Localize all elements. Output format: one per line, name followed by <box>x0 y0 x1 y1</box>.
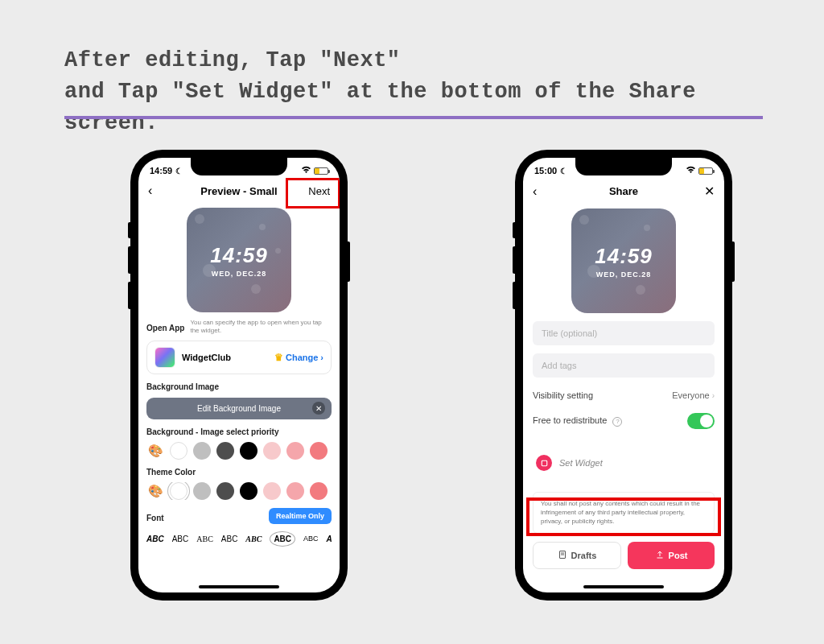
phone-side-button-right <box>348 242 350 282</box>
phone-side-button-right <box>732 242 735 282</box>
visibility-row[interactable]: Visibility setting Everyone › <box>533 390 715 400</box>
edit-background-button[interactable]: Edit Background Image ✕ <box>146 398 332 419</box>
swatch-black[interactable] <box>240 442 258 460</box>
open-app-label: Open App <box>146 324 184 336</box>
swatch-pink1[interactable] <box>263 442 281 460</box>
battery-icon <box>698 167 713 175</box>
font-sample[interactable]: ABC <box>146 535 164 543</box>
svg-rect-0 <box>542 460 546 465</box>
redistribute-row: Free to redistribute ? <box>533 413 715 429</box>
dnd-moon-icon: ☾ <box>175 167 183 175</box>
tags-input[interactable]: Add tags <box>533 353 715 378</box>
font-sample-selected[interactable]: ABC <box>270 531 295 547</box>
change-label: Change <box>286 353 318 362</box>
font-sample[interactable]: ABC <box>172 535 189 543</box>
bg-priority-swatches: 🎨 <box>146 442 332 460</box>
swatch-pink3[interactable] <box>310 442 328 460</box>
heading-underline <box>64 116 763 119</box>
home-indicator[interactable] <box>583 585 664 588</box>
widget-preview: 14:59 WED, DEC.28 <box>187 208 291 312</box>
theme-color-swatches: 🎨 <box>146 482 332 500</box>
heading-line1: After editing, Tap "Next" <box>64 48 401 72</box>
set-widget-icon <box>536 455 552 471</box>
drafts-button[interactable]: Drafts <box>533 542 621 569</box>
font-samples-row: ABC ABC ABC ABC ABC ABC ABC ABC <box>146 531 332 547</box>
drafts-icon <box>558 550 567 561</box>
bg-image-label: Background Image <box>146 382 332 391</box>
font-label: Font <box>146 514 164 522</box>
phone-preview: 14:59 ☾ ‹ Preview - Small Next 14:59 <box>130 150 348 601</box>
chevron-right-icon: › <box>320 353 323 362</box>
open-app-card[interactable]: WidgetClub ♛ Change › <box>146 341 332 374</box>
edit-bg-text: Edit Background Image <box>197 404 281 413</box>
swatch-white[interactable] <box>170 482 187 500</box>
close-button[interactable]: ✕ <box>704 184 715 199</box>
palette-icon[interactable]: 🎨 <box>146 444 164 458</box>
swatch-darkgrey[interactable] <box>216 482 234 500</box>
wifi-icon <box>301 166 311 175</box>
widget-preview: 14:59 WED, DEC.28 <box>571 208 676 313</box>
set-widget-row[interactable]: Set Widget <box>533 447 715 479</box>
swatch-pink1[interactable] <box>263 482 281 500</box>
font-sample[interactable]: ABC <box>245 535 262 543</box>
widget-bg-texture <box>571 208 676 313</box>
nav-bar: ‹ Share ✕ <box>523 179 724 205</box>
theme-color-label: Theme Color <box>146 468 332 477</box>
chevron-right-icon: › <box>712 391 715 400</box>
disclaimer-text: You shall not post any contents which co… <box>533 492 715 534</box>
battery-icon <box>314 167 328 175</box>
swatch-pink3[interactable] <box>310 482 328 500</box>
font-sample[interactable]: ABC <box>327 535 332 543</box>
phone-side-buttons-left <box>513 222 515 317</box>
swatch-white[interactable] <box>170 442 187 460</box>
set-widget-label: Set Widget <box>559 458 603 468</box>
post-label: Post <box>669 551 688 560</box>
drafts-label: Drafts <box>571 551 597 560</box>
realtime-only-button[interactable]: Realtime Only <box>269 508 332 524</box>
wifi-icon <box>686 166 696 175</box>
app-name: WidgetClub <box>182 353 268 362</box>
swatch-darkgrey[interactable] <box>216 442 234 460</box>
back-button[interactable]: ‹ <box>148 184 152 198</box>
redistribute-label: Free to redistribute <box>533 415 607 425</box>
phone-side-buttons-left <box>128 222 130 317</box>
nav-title: Share <box>609 185 638 197</box>
bg-priority-label: Background - Image select priority <box>146 427 332 436</box>
nav-title: Preview - Small <box>200 185 277 197</box>
help-icon[interactable]: ? <box>612 417 622 427</box>
phone-notch <box>575 158 672 175</box>
crown-icon: ♛ <box>274 352 283 363</box>
visibility-value: Everyone <box>672 390 709 400</box>
instruction-heading: After editing, Tap "Next" and Tap "Set W… <box>64 45 760 139</box>
clear-bg-button[interactable]: ✕ <box>312 402 325 415</box>
nav-bar: ‹ Preview - Small Next <box>138 179 340 204</box>
change-button[interactable]: ♛ Change › <box>274 352 323 363</box>
app-icon <box>154 347 175 368</box>
palette-icon[interactable]: 🎨 <box>146 484 164 498</box>
redistribute-toggle[interactable] <box>687 413 715 429</box>
visibility-label: Visibility setting <box>533 390 593 400</box>
swatch-black[interactable] <box>240 482 258 500</box>
font-sample[interactable]: ABC <box>303 535 319 543</box>
status-time: 14:59 <box>150 166 172 175</box>
home-indicator[interactable] <box>199 585 279 588</box>
phone-share: 15:00 ☾ ‹ Share ✕ 14:59 WED, DEC.28 <box>515 150 732 601</box>
heading-line2: and Tap "Set Widget" at the bottom of th… <box>64 80 696 135</box>
dnd-moon-icon: ☾ <box>560 167 567 175</box>
title-input[interactable]: Title (optional) <box>533 321 715 345</box>
post-button[interactable]: Post <box>628 542 715 569</box>
upload-icon <box>655 550 665 561</box>
open-app-desc: You can specify the app to open when you… <box>190 319 332 336</box>
next-button[interactable]: Next <box>308 185 330 197</box>
phone-notch <box>191 158 287 175</box>
widget-bg-texture <box>187 208 291 312</box>
swatch-lightgrey[interactable] <box>193 442 211 460</box>
swatch-lightgrey[interactable] <box>193 482 211 500</box>
font-sample[interactable]: ABC <box>221 535 238 543</box>
font-sample[interactable]: ABC <box>196 535 213 543</box>
back-button[interactable]: ‹ <box>533 184 537 199</box>
swatch-pink2[interactable] <box>286 482 304 500</box>
status-time: 15:00 <box>534 166 557 175</box>
swatch-pink2[interactable] <box>286 442 304 460</box>
